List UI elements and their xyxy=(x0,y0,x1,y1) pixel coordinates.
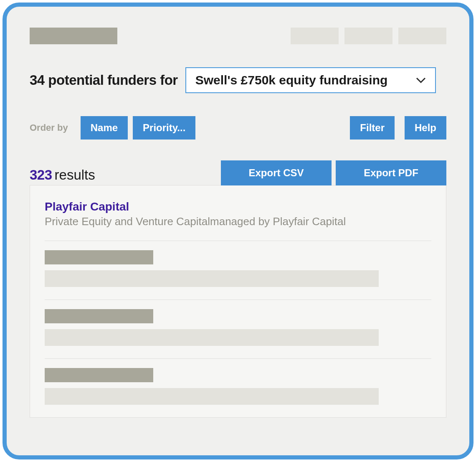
separator xyxy=(45,358,431,359)
export-buttons: Export CSV Export PDF xyxy=(221,160,446,185)
field-label-placeholder xyxy=(45,368,153,382)
project-select-label: Swell's £750k equity fundraising xyxy=(195,73,388,87)
toolbar: Order by Name Priority... Filter Help xyxy=(30,116,446,140)
results-count-wrap: 323results xyxy=(30,167,95,185)
heading-text: 34 potential funders for xyxy=(30,72,178,88)
order-name-button[interactable]: Name xyxy=(81,116,128,140)
order-priority-button[interactable]: Priority... xyxy=(133,116,195,140)
results-word: results xyxy=(55,167,95,183)
field-value-placeholder xyxy=(45,329,379,346)
heading-row: 34 potential funders for Swell's £750k e… xyxy=(30,67,446,93)
field-value-placeholder xyxy=(45,270,379,287)
order-by-label: Order by xyxy=(30,122,68,133)
project-select[interactable]: Swell's £750k equity fundraising xyxy=(185,67,436,93)
result-subtitle: Private Equity and Venture Capitalmanage… xyxy=(45,215,431,228)
nav-placeholder xyxy=(344,28,392,44)
logo-placeholder xyxy=(30,28,117,44)
app-frame: 34 potential funders for Swell's £750k e… xyxy=(3,3,473,459)
nav-placeholder xyxy=(291,28,339,44)
result-card: Playfair Capital Private Equity and Vent… xyxy=(30,185,446,418)
export-csv-button[interactable]: Export CSV xyxy=(221,160,332,185)
results-count: 323 xyxy=(30,167,52,183)
export-pdf-button[interactable]: Export PDF xyxy=(336,160,446,185)
results-header: 323results Export CSV Export PDF xyxy=(30,160,446,185)
nav-placeholders xyxy=(291,28,446,44)
field-block xyxy=(45,250,431,287)
result-title[interactable]: Playfair Capital xyxy=(45,200,431,213)
filter-button[interactable]: Filter xyxy=(350,116,395,140)
separator xyxy=(45,300,431,300)
help-button[interactable]: Help xyxy=(405,116,446,140)
field-value-placeholder xyxy=(45,388,379,405)
nav-placeholder xyxy=(398,28,446,44)
field-label-placeholder xyxy=(45,250,153,264)
chevron-down-icon xyxy=(416,77,426,84)
topbar xyxy=(30,28,446,44)
separator xyxy=(45,241,431,241)
field-block xyxy=(45,368,431,405)
field-label-placeholder xyxy=(45,309,153,323)
field-block xyxy=(45,309,431,346)
